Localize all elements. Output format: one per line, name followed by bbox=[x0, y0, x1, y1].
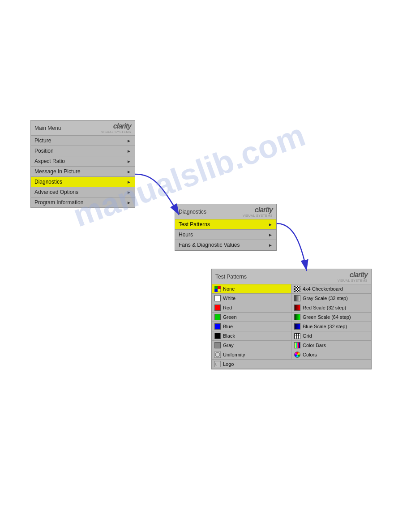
bluescale-swatch bbox=[294, 323, 300, 330]
main-menu-label-position: Position bbox=[34, 148, 54, 154]
test-item-label-black: Black bbox=[223, 333, 235, 339]
diagnostics-menu: Diagnostics clarity VISUAL SYSTEMS Test … bbox=[175, 204, 277, 251]
test-item-label-colorbars: Color Bars bbox=[303, 343, 326, 348]
clarity-logo-main: clarity VISUAL SYSTEMS bbox=[101, 122, 131, 133]
colorbars-icon bbox=[294, 342, 300, 348]
blue-swatch bbox=[214, 323, 221, 330]
test-item-blue[interactable]: Blue bbox=[212, 322, 291, 331]
diag-menu-label-test-patterns: Test Patterns bbox=[179, 221, 210, 227]
arrow-icon-advanced: ► bbox=[127, 190, 131, 195]
test-menu-title: Test Patterns bbox=[215, 274, 247, 280]
test-item-green[interactable]: Green bbox=[212, 313, 291, 322]
test-item-label-grayscale: Gray Scale (32 step) bbox=[303, 296, 348, 301]
none-swatch bbox=[214, 286, 221, 292]
main-menu-item-advanced[interactable]: Advanced Options ► bbox=[31, 187, 135, 197]
diag-menu-item-fans[interactable]: Fans & Diagnostic Values ► bbox=[175, 240, 276, 250]
arrow-icon-aspect-ratio: ► bbox=[127, 159, 131, 164]
test-item-label-redscale: Red Scale (32 step) bbox=[303, 305, 346, 310]
clarity-logo-diag: clarity VISUAL SYSTEMS bbox=[243, 206, 273, 217]
bluescale-icon bbox=[294, 323, 300, 330]
main-menu-item-program-info[interactable]: Program Information ► bbox=[31, 197, 135, 208]
arrow-icon-program-info: ► bbox=[127, 200, 131, 205]
test-patterns-menu: Test Patterns clarity VISUAL SYSTEMS Non… bbox=[211, 269, 372, 369]
clarity-logo-sub-test: VISUAL SYSTEMS bbox=[338, 279, 368, 282]
test-item-bluescale[interactable]: Blue Scale (32 step) bbox=[291, 322, 371, 331]
diag-menu-item-hours[interactable]: Hours ► bbox=[175, 230, 276, 240]
grayscale-icon bbox=[294, 295, 300, 301]
test-item-white[interactable]: White bbox=[212, 294, 291, 303]
main-menu-label-picture: Picture bbox=[34, 137, 51, 144]
grayscale-swatch bbox=[294, 295, 300, 301]
main-menu-label-program-info: Program Information bbox=[34, 199, 83, 206]
clarity-logo-test: clarity VISUAL SYSTEMS bbox=[338, 271, 368, 282]
black-swatch bbox=[214, 333, 221, 339]
clarity-logo-text-diag: clarity bbox=[255, 206, 273, 214]
test-item-grayscale[interactable]: Gray Scale (32 step) bbox=[291, 294, 371, 303]
arrow-icon-test-patterns: ► bbox=[268, 222, 273, 227]
checker-icon bbox=[294, 286, 300, 292]
test-item-label-blue: Blue bbox=[223, 324, 233, 329]
redscale-swatch bbox=[294, 305, 300, 311]
colors-icon bbox=[294, 352, 300, 358]
main-menu-item-position[interactable]: Position ► bbox=[31, 146, 135, 156]
main-menu-item-picture[interactable]: Picture ► bbox=[31, 136, 135, 146]
test-item-label-gray: Gray bbox=[223, 343, 234, 348]
black-icon bbox=[214, 333, 221, 339]
clarity-logo-sub-main: VISUAL SYSTEMS bbox=[101, 130, 131, 133]
test-item-logo[interactable]: L Logo bbox=[212, 360, 371, 369]
arrow-icon-diagnostics: ► bbox=[127, 180, 131, 184]
grid-icon bbox=[294, 333, 300, 339]
test-item-red[interactable]: Red bbox=[212, 303, 291, 313]
test-item-greenscale[interactable]: Green Scale (64 step) bbox=[291, 313, 371, 322]
test-item-uniformity[interactable]: Uniformity bbox=[212, 350, 291, 360]
test-item-label-white: White bbox=[223, 296, 235, 301]
main-menu-label-mip: Message In Picture bbox=[34, 168, 81, 175]
test-item-label-grid: Grid bbox=[303, 333, 312, 339]
test-item-black[interactable]: Black bbox=[212, 331, 291, 341]
test-item-label-none: None bbox=[223, 286, 235, 292]
main-menu-label-aspect-ratio: Aspect Ratio bbox=[34, 158, 65, 164]
clarity-logo-text-test: clarity bbox=[350, 271, 368, 279]
svg-rect-15 bbox=[295, 290, 297, 291]
svg-rect-10 bbox=[295, 287, 297, 288]
colorbars-swatch bbox=[294, 342, 300, 348]
colors-swatch bbox=[294, 352, 300, 358]
svg-rect-13 bbox=[297, 288, 298, 290]
red-swatch bbox=[214, 305, 221, 311]
uniformity-swatch bbox=[214, 352, 221, 358]
test-item-checkerboard[interactable]: 4x4 Checkerboard bbox=[291, 284, 371, 294]
clarity-logo-sub-diag: VISUAL SYSTEMS bbox=[243, 214, 273, 217]
main-menu-item-mip[interactable]: Message In Picture ► bbox=[31, 167, 135, 177]
test-item-none[interactable]: None bbox=[212, 284, 291, 294]
arrows-decoration bbox=[0, 0, 411, 532]
greenscale-icon bbox=[294, 314, 300, 320]
redscale-icon bbox=[294, 305, 300, 311]
main-menu-label-advanced: Advanced Options bbox=[34, 189, 78, 195]
greenscale-swatch bbox=[294, 314, 300, 320]
logo-icon: L bbox=[214, 361, 221, 367]
main-menu-label-diagnostics: Diagnostics bbox=[34, 179, 62, 185]
diag-menu-item-test-patterns[interactable]: Test Patterns ► bbox=[175, 219, 276, 230]
uniformity-icon bbox=[214, 352, 221, 358]
main-menu-item-diagnostics[interactable]: Diagnostics ► bbox=[31, 177, 135, 187]
test-item-label-colors: Colors bbox=[303, 352, 317, 357]
test-item-colorbars[interactable]: Color Bars bbox=[291, 341, 371, 350]
svg-rect-4 bbox=[218, 289, 221, 292]
test-item-colors[interactable]: Colors bbox=[291, 350, 371, 360]
main-menu: Main Menu clarity VISUAL SYSTEMS Picture… bbox=[30, 120, 135, 208]
main-menu-item-aspect-ratio[interactable]: Aspect Ratio ► bbox=[31, 156, 135, 167]
blue-icon bbox=[214, 323, 221, 330]
diag-menu-header: Diagnostics clarity VISUAL SYSTEMS bbox=[175, 204, 276, 219]
test-item-redscale[interactable]: Red Scale (32 step) bbox=[291, 303, 371, 313]
green-icon bbox=[214, 314, 221, 320]
arrow-icon-hours: ► bbox=[268, 232, 273, 237]
test-item-grid[interactable]: Grid bbox=[291, 331, 371, 341]
gray-icon bbox=[214, 342, 221, 348]
gray-swatch bbox=[214, 342, 221, 348]
test-item-label-red: Red bbox=[223, 305, 232, 310]
checker-swatch bbox=[294, 286, 300, 292]
test-item-gray[interactable]: Gray bbox=[212, 341, 291, 350]
main-menu-header: Main Menu clarity VISUAL SYSTEMS bbox=[31, 120, 135, 136]
arrow-icon-fans: ► bbox=[268, 243, 273, 248]
diag-menu-title: Diagnostics bbox=[179, 209, 206, 215]
